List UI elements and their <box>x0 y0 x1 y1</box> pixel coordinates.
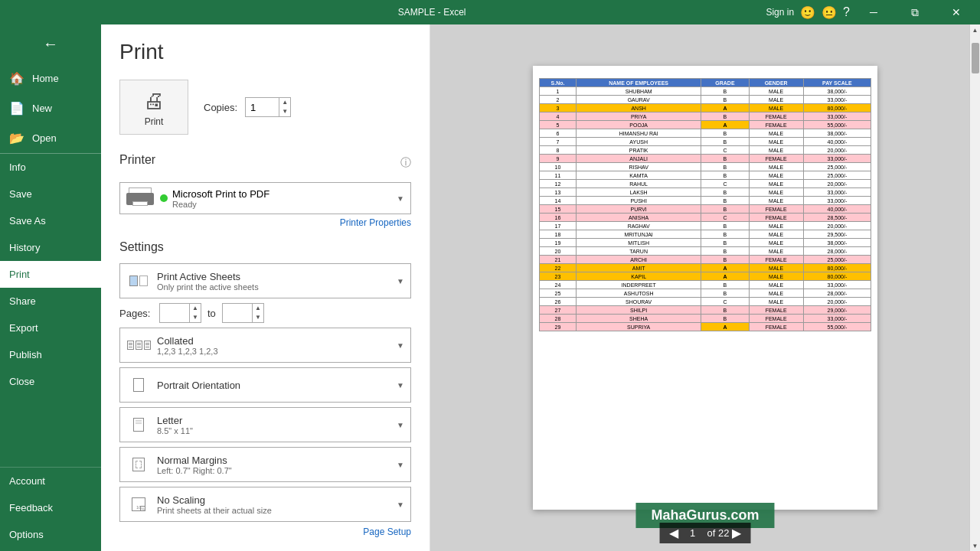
setting-dropdown-arrow: ▼ <box>397 500 404 509</box>
table-row: 29SUPRIYAAFEMALE55,000/- <box>540 323 871 331</box>
sidebar-item-options[interactable]: Options <box>0 521 101 548</box>
table-row: 24INDERPREETBMALE33,000/- <box>540 281 871 289</box>
table-row: 27SHILPIBFEMALE29,000/- <box>540 306 871 315</box>
app-body: ← 🏠 Home 📄 New 📂 Open Info Save <box>0 24 980 551</box>
pages-to-down[interactable]: ▼ <box>253 313 263 322</box>
sidebar-item-share[interactable]: Share <box>0 288 101 315</box>
table-row: 13LAKSHBMALE33,000/- <box>540 188 871 197</box>
setting-row-left: 100 % No Scaling Print sheets at their a… <box>126 492 272 517</box>
printer-device-icon <box>126 187 154 209</box>
prev-page-button[interactable]: ◀ <box>669 526 678 540</box>
sidebar-item-open[interactable]: 📂 Open <box>0 123 101 153</box>
setting-portrait[interactable]: Portrait Orientation ▼ <box>119 367 411 403</box>
sidebar-item-print[interactable]: Print <box>0 261 101 288</box>
pages-from-down[interactable]: ▼ <box>190 313 201 322</box>
setting-dropdown-arrow: ▼ <box>397 421 404 429</box>
copies-down-arrow[interactable]: ▼ <box>279 107 290 116</box>
col-header-gender: GENDER <box>749 79 803 87</box>
table-row: 16ANISHACFEMALE28,500/- <box>540 214 871 222</box>
sidebar-item-home[interactable]: 🏠 Home <box>0 64 101 93</box>
scroll-down-arrow[interactable]: ▼ <box>970 540 981 551</box>
setting-text: Print Active Sheets Only print the activ… <box>157 271 259 292</box>
sidebar-item-history[interactable]: History <box>0 234 101 261</box>
pages-from-field[interactable] <box>160 308 189 318</box>
setting-margins[interactable]: Normal Margins Left: 0.7" Right: 0.7" ▼ <box>119 447 411 482</box>
titlebar-right: Sign in 🙂 😐 ? ─ ⧉ ✕ <box>766 0 974 24</box>
setting-main-label: Letter <box>157 415 193 426</box>
sidebar-item-account[interactable]: Account <box>0 468 101 494</box>
sidebar-item-publish[interactable]: Publish <box>0 341 101 368</box>
setting-sub-label: Print sheets at their actual size <box>157 506 272 515</box>
page-setup-link[interactable]: Page Setup <box>119 527 411 537</box>
sidebar-item-new[interactable]: 📄 New <box>0 93 101 123</box>
setting-text: Portrait Orientation <box>157 380 240 391</box>
col-header-name: NAME OF EMPLOYEES <box>576 79 701 87</box>
copies-input[interactable] <box>246 102 279 113</box>
smiley-icon[interactable]: 🙂 <box>800 5 815 20</box>
collated-icon <box>126 333 151 357</box>
pages-to-field[interactable] <box>223 308 252 318</box>
sidebar-top: 🏠 Home 📄 New 📂 Open <box>0 64 101 153</box>
setting-sub-label: 1,2,3 1,2,3 1,2,3 <box>157 347 218 356</box>
minimize-button[interactable]: ─ <box>856 0 891 24</box>
setting-sub-label: Left: 0.7" Right: 0.7" <box>157 466 232 475</box>
sad-icon[interactable]: 😐 <box>822 5 837 20</box>
sidebar-item-label: Export <box>9 322 38 334</box>
sidebar-item-label: Publish <box>9 349 42 360</box>
new-icon: 📄 <box>9 101 24 116</box>
setting-scaling[interactable]: 100 % No Scaling Print sheets at their a… <box>119 487 411 522</box>
setting-main-label: Collated <box>157 335 218 347</box>
preview-scrollbar[interactable]: ▲ ▼ <box>969 24 980 551</box>
printer-header: Printer ⓘ <box>119 150 411 176</box>
setting-row-left: Normal Margins Left: 0.7" Right: 0.7" <box>126 452 232 477</box>
sidebar-item-save[interactable]: Save <box>0 181 101 207</box>
table-row: 4PRIYABFEMALE33,000/- <box>540 112 871 121</box>
help-icon[interactable]: ? <box>843 5 850 19</box>
restore-button[interactable]: ⧉ <box>897 0 933 24</box>
next-page-button[interactable]: ▶ <box>732 526 741 540</box>
setting-collated[interactable]: Collated 1,2,3 1,2,3 1,2,3 ▼ <box>119 328 411 363</box>
copies-arrows: ▲ ▼ <box>279 98 290 116</box>
sidebar-item-export[interactable]: Export <box>0 315 101 341</box>
setting-letter[interactable]: Letter 8.5" x 11" ▼ <box>119 407 411 442</box>
info-icon[interactable]: ⓘ <box>400 156 411 170</box>
table-row: 22AMITAMALE80,000/- <box>540 264 871 272</box>
print-button[interactable]: 🖨 Print <box>119 80 188 135</box>
page-of-label: of 22 <box>707 527 730 539</box>
pages-from-up[interactable]: ▲ <box>190 304 201 313</box>
sign-in-button[interactable]: Sign in <box>766 7 794 18</box>
home-icon: 🏠 <box>9 71 24 86</box>
copies-up-arrow[interactable]: ▲ <box>279 98 290 107</box>
print-btn-area: 🖨 Print Copies: ▲ ▼ <box>119 80 411 135</box>
scroll-up-arrow[interactable]: ▲ <box>970 24 981 35</box>
setting-dropdown-arrow: ▼ <box>397 341 404 350</box>
scroll-thumb[interactable] <box>972 43 979 73</box>
setting-row-left: Portrait Orientation <box>126 373 240 397</box>
page-number-input[interactable] <box>681 527 704 539</box>
setting-text: Letter 8.5" x 11" <box>157 415 193 435</box>
table-row: 28SHEHABFEMALE33,000/- <box>540 315 871 323</box>
pages-to-arrows: ▲ ▼ <box>252 304 263 322</box>
setting-row-left: Print Active Sheets Only print the activ… <box>126 269 259 293</box>
table-header-row: S.No. NAME OF EMPLOYEES GRADE GENDER PAY… <box>540 79 871 87</box>
printer-properties-link[interactable]: Printer Properties <box>119 217 411 228</box>
back-button[interactable]: ← <box>0 24 101 64</box>
printer-info: Microsoft Print to PDF Ready <box>126 187 270 209</box>
sidebar-item-feedback[interactable]: Feedback <box>0 494 101 521</box>
close-button[interactable]: ✕ <box>939 0 974 24</box>
setting-dropdown-arrow: ▼ <box>397 461 404 469</box>
sidebar-item-label: New <box>32 103 52 114</box>
printer-select[interactable]: Microsoft Print to PDF Ready ▼ <box>119 182 411 214</box>
pages-to-up[interactable]: ▲ <box>253 304 263 313</box>
preview-table: S.No. NAME OF EMPLOYEES GRADE GENDER PAY… <box>539 78 871 331</box>
table-row: 7AYUSHBMALE40,000/- <box>540 138 871 146</box>
sidebar-item-label: Save As <box>9 215 46 227</box>
setting-dropdown-arrow: ▼ <box>397 277 404 285</box>
setting-active-sheets[interactable]: Print Active Sheets Only print the activ… <box>119 263 411 298</box>
sidebar-item-info[interactable]: Info <box>0 154 101 181</box>
letter-icon <box>126 412 151 437</box>
sidebar-item-saveas[interactable]: Save As <box>0 207 101 234</box>
table-row: 3ANSHAMALE80,000/- <box>540 104 871 112</box>
setting-main-label: No Scaling <box>157 494 272 506</box>
sidebar-item-close[interactable]: Close <box>0 368 101 395</box>
